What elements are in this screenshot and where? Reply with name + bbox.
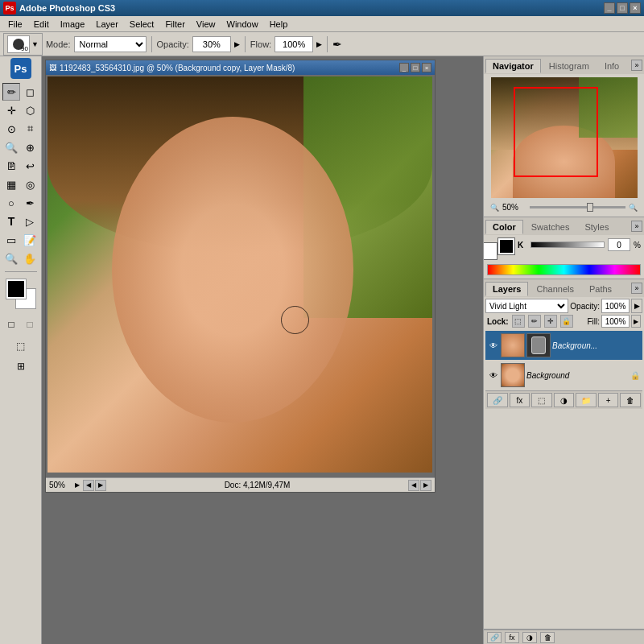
- layer-effects-button[interactable]: fx: [510, 393, 530, 407]
- blur-tool[interactable]: ◎: [21, 175, 39, 193]
- navigator-panel-close[interactable]: »: [631, 60, 642, 71]
- scroll-left-button[interactable]: ◀: [408, 480, 419, 491]
- tab-info[interactable]: Info: [597, 59, 626, 72]
- layer-visibility-bg[interactable]: 👁: [488, 369, 499, 381]
- add-mask-button[interactable]: ⬚: [531, 393, 552, 407]
- layer-opacity-arrow[interactable]: ▶: [631, 299, 642, 313]
- layer-opacity-input[interactable]: [601, 299, 630, 313]
- navigator-viewport-box[interactable]: [514, 87, 598, 177]
- navigator-preview[interactable]: [491, 77, 638, 198]
- nav-next-button[interactable]: ▶: [95, 480, 106, 491]
- layers-panel-close[interactable]: »: [631, 283, 642, 294]
- notes-tool[interactable]: 📝: [21, 231, 39, 249]
- heal-tool[interactable]: ⊕: [21, 138, 39, 156]
- path-select-tool[interactable]: ▷: [21, 213, 39, 230]
- zoom-slider[interactable]: [530, 206, 625, 208]
- layer-blend-mode-select[interactable]: Vivid Light Normal Multiply Screen Overl…: [485, 299, 568, 313]
- fg-color-small[interactable]: [498, 238, 514, 254]
- pen-tool[interactable]: ✒: [21, 194, 39, 212]
- link-layers-button[interactable]: 🔗: [487, 393, 508, 407]
- zoom-out-icon[interactable]: 🔍: [490, 204, 499, 212]
- image-edit-button[interactable]: ⊞: [3, 357, 39, 375]
- zoom-tool[interactable]: 🔍: [2, 250, 20, 267]
- menu-window[interactable]: Window: [222, 18, 263, 31]
- dodge-tool[interactable]: ○: [2, 194, 20, 212]
- brush-tool[interactable]: ✏: [2, 83, 20, 101]
- shape-tool[interactable]: ▭: [2, 231, 20, 249]
- tab-color[interactable]: Color: [485, 220, 523, 234]
- move-tool[interactable]: ✛: [2, 101, 20, 119]
- trash-icon-button[interactable]: 🗑: [540, 632, 555, 643]
- minimize-button[interactable]: _: [604, 2, 615, 14]
- bg-color-small[interactable]: [483, 243, 497, 259]
- tab-swatches[interactable]: Swatches: [524, 220, 577, 233]
- flow-arrow-icon[interactable]: ▶: [316, 40, 322, 48]
- hand-tool[interactable]: ✋: [21, 250, 39, 267]
- tab-navigator[interactable]: Navigator: [485, 59, 541, 73]
- lock-position-button[interactable]: ✛: [544, 315, 557, 328]
- zoom-in-icon[interactable]: 🔍: [629, 204, 638, 212]
- doc-maximize-button[interactable]: □: [411, 63, 420, 72]
- tab-layers[interactable]: Layers: [485, 282, 528, 296]
- text-tool[interactable]: T: [2, 213, 20, 230]
- layer-item-background[interactable]: 👁 Background 🔒: [485, 361, 642, 390]
- document-canvas[interactable]: [47, 76, 432, 473]
- opacity-arrow-icon[interactable]: ▶: [234, 40, 240, 48]
- gradient-tool[interactable]: ▦: [2, 175, 20, 193]
- menu-help[interactable]: Help: [265, 18, 293, 31]
- k-value-input[interactable]: [608, 238, 630, 251]
- layer-item-background-copy[interactable]: 👁 Backgroun...: [485, 331, 642, 360]
- layer-visibility-bg-copy[interactable]: 👁: [488, 340, 499, 351]
- maximize-button[interactable]: □: [617, 2, 628, 14]
- new-layer-button[interactable]: +: [598, 393, 619, 407]
- menu-edit[interactable]: Edit: [29, 18, 54, 31]
- fx-icon-button[interactable]: fx: [505, 632, 519, 643]
- tab-channels[interactable]: Channels: [529, 282, 580, 295]
- tab-paths[interactable]: Paths: [582, 282, 619, 295]
- adjust-icon-button[interactable]: ◑: [522, 632, 537, 643]
- eraser-tool[interactable]: ◻: [21, 83, 39, 101]
- eyedropper-tool[interactable]: 🔍: [2, 138, 20, 156]
- scroll-right-button[interactable]: ▶: [420, 480, 431, 491]
- quick-select-tool[interactable]: ⊙: [2, 120, 20, 138]
- tab-histogram[interactable]: Histogram: [542, 59, 597, 72]
- quick-mask-on[interactable]: □: [21, 316, 39, 333]
- lock-pixels-button[interactable]: ⬚: [512, 315, 525, 328]
- color-panel-close[interactable]: »: [631, 221, 642, 232]
- zoom-slider-thumb[interactable]: [587, 203, 593, 212]
- history-tool[interactable]: ↩: [21, 157, 39, 175]
- tab-styles[interactable]: Styles: [577, 220, 616, 233]
- new-group-button[interactable]: 📁: [576, 393, 597, 407]
- lock-image-button[interactable]: ✏: [528, 315, 541, 328]
- brush-preset-button[interactable]: 90 ▼: [3, 33, 43, 56]
- menu-file[interactable]: File: [3, 18, 27, 31]
- crop-tool[interactable]: ⌗: [21, 120, 39, 138]
- flow-input[interactable]: [275, 36, 313, 52]
- lock-all-button[interactable]: 🔒: [560, 315, 573, 328]
- close-button[interactable]: ×: [630, 2, 641, 14]
- foreground-color-chip[interactable]: [6, 279, 26, 299]
- menu-filter[interactable]: Filter: [160, 18, 189, 31]
- doc-minimize-button[interactable]: _: [399, 63, 409, 72]
- new-adjustment-button[interactable]: ◑: [554, 393, 575, 407]
- lasso-tool[interactable]: ⬡: [21, 101, 39, 119]
- opacity-input[interactable]: [192, 36, 231, 52]
- quick-mask-off[interactable]: □: [2, 316, 20, 333]
- menu-select[interactable]: Select: [125, 18, 159, 31]
- fill-arrow[interactable]: ▶: [631, 315, 641, 328]
- fill-value-input[interactable]: [601, 315, 630, 328]
- status-left-arrow[interactable]: ▶: [75, 481, 80, 489]
- mode-select[interactable]: Normal Dissolve Multiply Screen: [74, 36, 147, 52]
- k-slider-track[interactable]: [530, 242, 605, 248]
- doc-close-button[interactable]: ×: [422, 63, 431, 72]
- color-chips[interactable]: [6, 279, 35, 308]
- document-canvas-area[interactable]: [46, 75, 435, 477]
- menu-image[interactable]: Image: [56, 18, 90, 31]
- menu-view[interactable]: View: [192, 18, 221, 31]
- link-icon-button[interactable]: 🔗: [487, 632, 502, 643]
- delete-layer-button[interactable]: 🗑: [620, 393, 641, 407]
- airbrush-button[interactable]: ✒: [332, 38, 342, 51]
- menu-layer[interactable]: Layer: [91, 18, 123, 31]
- screen-mode-button[interactable]: ⬚: [3, 337, 39, 355]
- color-spectrum-bar[interactable]: [487, 264, 641, 275]
